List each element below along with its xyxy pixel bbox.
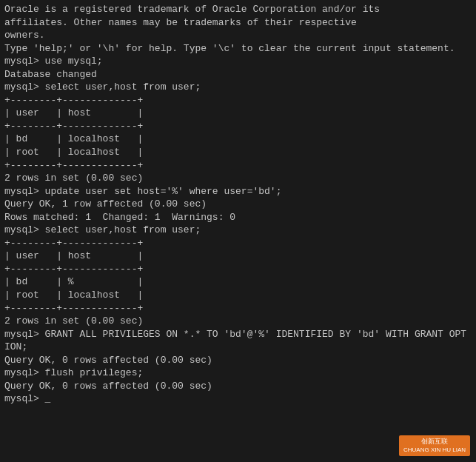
terminal-line: +--------+-------------+	[4, 237, 472, 250]
terminal-line: +--------+-------------+	[4, 94, 472, 107]
watermark: 创新互联 CHUANG XIN HU LIAN	[399, 435, 470, 456]
terminal-line: Query OK, 1 row affected (0.00 sec)	[4, 198, 472, 211]
terminal-line: owners.	[4, 29, 472, 42]
terminal-line: Type 'help;' or '\h' for help. Type '\c'…	[4, 42, 472, 56]
terminal-line: Database changed	[4, 68, 472, 81]
terminal-line: affiliates. Other names may be trademark…	[4, 16, 472, 30]
terminal-line: Rows matched: 1 Changed: 1 Warnings: 0	[4, 211, 472, 224]
terminal-line: mysql> _	[4, 392, 472, 406]
terminal-line: +--------+-------------+	[4, 159, 472, 173]
terminal-line: ION;	[4, 341, 472, 354]
terminal-line: +--------+-------------+	[4, 263, 472, 276]
terminal-line: | bd | localhost |	[4, 133, 472, 146]
terminal-line: mysql> GRANT ALL PRIVILEGES ON *.* TO 'b…	[4, 328, 472, 341]
terminal-content: Oracle is a registered trademark of Orac…	[4, 3, 472, 406]
terminal-line: mysql> select user,host from user;	[4, 224, 472, 237]
terminal-line: mysql> flush privileges;	[4, 366, 472, 380]
terminal-line: 2 rows in set (0.00 sec)	[4, 315, 472, 328]
terminal-window: Oracle is a registered trademark of Orac…	[0, 0, 476, 462]
terminal-line: +--------+-------------+	[4, 302, 472, 315]
terminal-line: Query OK, 0 rows affected (0.00 sec)	[4, 354, 472, 367]
terminal-line: Query OK, 0 rows affected (0.00 sec)	[4, 380, 472, 393]
terminal-line: mysql> use mysql;	[4, 55, 472, 68]
terminal-line: | root | localhost |	[4, 146, 472, 159]
terminal-line: 2 rows in set (0.00 sec)	[4, 172, 472, 185]
terminal-line: | root | localhost |	[4, 289, 472, 302]
watermark-line2: CHUANG XIN HU LIAN	[403, 446, 466, 454]
terminal-line: mysql> update user set host='%' where us…	[4, 185, 472, 198]
terminal-line: | bd | % |	[4, 275, 472, 289]
watermark-line1: 创新互联	[421, 438, 448, 446]
terminal-line: | user | host |	[4, 250, 472, 263]
terminal-line: +--------+-------------+	[4, 120, 472, 133]
terminal-line: | user | host |	[4, 107, 472, 120]
terminal-line: Oracle is a registered trademark of Orac…	[4, 3, 472, 16]
terminal-line: mysql> select user,host from user;	[4, 81, 472, 94]
